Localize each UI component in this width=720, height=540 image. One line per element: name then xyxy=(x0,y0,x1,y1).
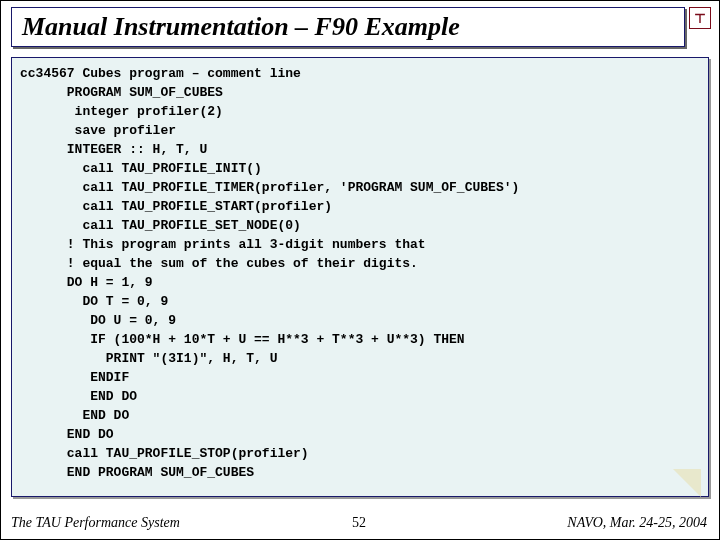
footer-right: NAVO, Mar. 24-25, 2004 xyxy=(567,515,707,531)
footer: The TAU Performance System 52 NAVO, Mar.… xyxy=(11,515,707,531)
slide-title: Manual Instrumentation – F90 Example xyxy=(22,12,460,42)
slide: Manual Instrumentation – F90 Example cc3… xyxy=(0,0,720,540)
code-block: cc34567 Cubes program – comment line PRO… xyxy=(11,57,709,497)
tau-logo-icon xyxy=(689,7,711,29)
title-bar: Manual Instrumentation – F90 Example xyxy=(11,7,685,47)
page-fold-icon xyxy=(673,469,701,497)
footer-left: The TAU Performance System xyxy=(11,515,180,531)
footer-page-number: 52 xyxy=(352,515,366,531)
code-content: cc34567 Cubes program – comment line PRO… xyxy=(20,64,700,482)
